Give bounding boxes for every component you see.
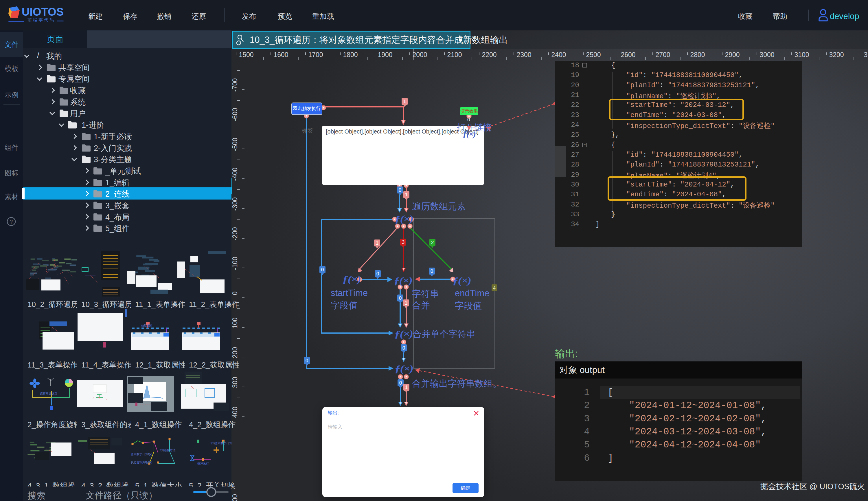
svg-text:f(x)基本数学计算: f(x)基本数学计算 [211, 441, 231, 445]
svg-text:0: 0 [399, 188, 401, 193]
svg-text:1: 1 [376, 241, 378, 246]
svg-text:0: 0 [306, 358, 308, 363]
svg-text:3: 3 [402, 239, 405, 245]
svg-text:1: 1 [405, 192, 408, 198]
svg-text:2: 2 [431, 240, 434, 245]
svg-text:0: 0 [403, 345, 405, 351]
svg-text:旋转角度设置: 旋转角度设置 [40, 392, 57, 395]
svg-text:1: 1 [405, 385, 408, 390]
svg-text:4: 4 [493, 286, 496, 290]
svg-text:执行逻辑判断f(x): 执行逻辑判断f(x) [131, 461, 152, 464]
svg-text:0: 0 [321, 267, 324, 273]
svg-text:?: ? [10, 218, 13, 225]
svg-text:0: 0 [376, 271, 379, 277]
svg-text:获取属性: 获取属性 [141, 324, 153, 327]
svg-text:1: 1 [405, 300, 407, 306]
svg-text:基本数学计算f(x): 基本数学计算f(x) [131, 452, 152, 456]
svg-text:f(x)选择方法: f(x)选择方法 [160, 449, 175, 452]
svg-text:0: 0 [399, 295, 402, 301]
svg-text:循环执行: 循环执行 [197, 462, 209, 465]
svg-text:1: 1 [403, 99, 406, 104]
svg-text:0: 0 [399, 380, 402, 386]
svg-text:0: 0 [430, 268, 433, 274]
